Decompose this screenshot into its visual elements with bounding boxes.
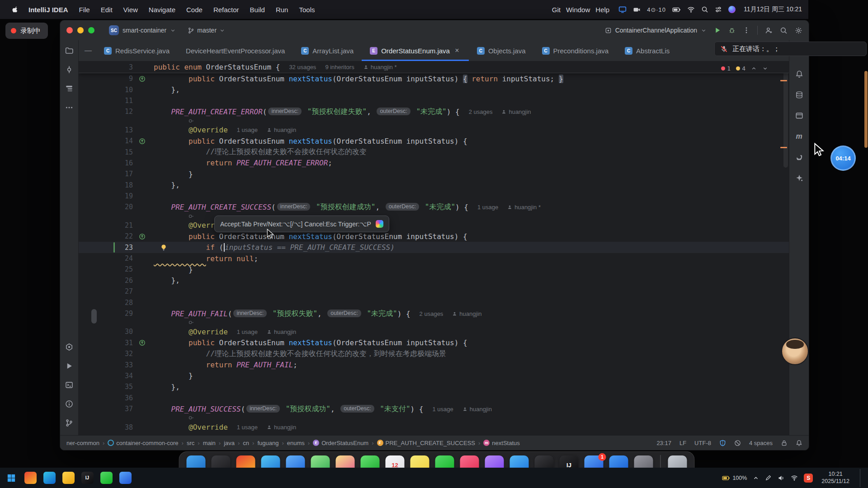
- editor-gutter[interactable]: 35: [79, 381, 154, 392]
- breadcrumb-item[interactable]: ner-common: [66, 440, 99, 446]
- line-number[interactable]: 31: [79, 339, 133, 347]
- breadcrumb-item[interactable]: src: [187, 440, 194, 446]
- line-number[interactable]: 32: [79, 350, 133, 358]
- run-configuration-selector[interactable]: ContainerChannelApplication: [605, 27, 707, 34]
- code-line-16[interactable]: 16 return PRE_AUTH_CREATE_ERROR;: [79, 158, 789, 169]
- maximize-button[interactable]: [88, 27, 94, 33]
- menu-item-git[interactable]: Git: [549, 6, 563, 14]
- author-hint[interactable]: huangjin: [267, 424, 296, 431]
- menu-item-edit[interactable]: Edit: [95, 6, 118, 14]
- editor-gutter[interactable]: 11: [79, 95, 154, 106]
- author-hint[interactable]: huangjin *: [363, 64, 397, 70]
- line-number[interactable]: 28: [79, 299, 133, 307]
- intention-bulb-icon[interactable]: [160, 244, 167, 251]
- inlay-row[interactable]: [79, 213, 789, 220]
- code-line-31[interactable]: 31 public OrderStatusEnum nextStatus(Ord…: [79, 338, 789, 348]
- usages-hint[interactable]: 2 usages: [469, 108, 493, 115]
- code-text[interactable]: //理论上预授权创建失败不会接收任何状态的改变，到时候在考虑极端场景: [154, 349, 789, 359]
- minimize-button[interactable]: [77, 27, 84, 33]
- inspections-widget[interactable]: 1 4: [721, 65, 768, 72]
- editor[interactable]: 3public enum OrderStatusEnum {32 usages9…: [79, 61, 789, 435]
- code-text[interactable]: public OrderStatusEnum nextStatus(OrderS…: [154, 137, 789, 145]
- breadcrumb-item[interactable]: main: [203, 440, 216, 446]
- toolwindow-notifications-icon[interactable]: [793, 68, 805, 80]
- run-button[interactable]: [714, 27, 721, 34]
- code-text[interactable]: PRE_AUTH_SUCCESS(innerDesc: "预授权成功", out…: [154, 404, 789, 414]
- taskbar-clock[interactable]: 10:21 2025/11/12: [819, 471, 852, 485]
- editor-gutter[interactable]: 15: [79, 146, 154, 157]
- code-line-17[interactable]: 17 }: [79, 169, 789, 179]
- spotlight-icon[interactable]: [701, 6, 708, 13]
- line-number[interactable]: 15: [79, 148, 133, 156]
- breadcrumb-item[interactable]: fuguang: [257, 440, 278, 446]
- toolwindow-more-tool-windows-icon[interactable]: [63, 102, 75, 113]
- meeting-camera-avatar[interactable]: [781, 338, 809, 365]
- screen-sharing-icon[interactable]: [618, 5, 627, 14]
- close-button[interactable]: [66, 27, 73, 33]
- toolwindow-structure-icon[interactable]: [63, 83, 75, 94]
- line-number[interactable]: 10: [79, 86, 133, 94]
- code-line-26[interactable]: 26 },: [79, 275, 789, 286]
- editor-gutter[interactable]: 30: [79, 326, 154, 337]
- menu-item-code[interactable]: Code: [181, 6, 208, 14]
- author-hint[interactable]: huangjin *: [507, 204, 541, 211]
- usages-hint[interactable]: 32 usages: [289, 64, 316, 70]
- breadcrumb-item[interactable]: container-common-core: [108, 440, 178, 446]
- indent-config[interactable]: 4 spaces: [749, 440, 773, 446]
- code-line-18[interactable]: 18 },: [79, 180, 789, 191]
- line-number[interactable]: 17: [79, 170, 133, 178]
- editor-gutter[interactable]: [79, 414, 154, 422]
- tab-close-icon[interactable]: [453, 47, 461, 54]
- control-center-icon[interactable]: [715, 6, 722, 13]
- code-line-29[interactable]: 29 PRE_AUTH_FAIL(innerDesc: "预授权失败", out…: [79, 308, 789, 319]
- edge-scrollbar-thumb[interactable]: [864, 71, 868, 148]
- settings-gear-icon[interactable]: [795, 27, 802, 34]
- editor-gutter[interactable]: 33: [79, 359, 154, 370]
- toolwindow-ai-assistant-icon[interactable]: [793, 172, 805, 184]
- usages-hint[interactable]: 2 usages: [420, 310, 443, 317]
- code-line-9[interactable]: 9 public OrderStatusEnum nextStatus(Orde…: [79, 73, 789, 84]
- code-text[interactable]: public OrderStatusEnum nextStatus(OrderS…: [154, 75, 789, 83]
- usages-hint[interactable]: 1 usage: [477, 204, 498, 211]
- author-hint[interactable]: huangjin: [452, 310, 481, 317]
- line-number[interactable]: 36: [79, 394, 133, 402]
- editor-gutter[interactable]: 13: [79, 125, 154, 136]
- taskbar-icon-chrome[interactable]: [21, 469, 40, 487]
- code-line-30[interactable]: 30 @Override1 usagehuangjin: [79, 326, 789, 337]
- toolwindow-gradle-icon[interactable]: [793, 151, 805, 163]
- siri-icon[interactable]: [728, 6, 736, 13]
- breadcrumb-item[interactable]: EOrderStatusEnum: [313, 440, 368, 446]
- wifi-icon[interactable]: [687, 6, 695, 14]
- taskbar-icon-intellij-idea[interactable]: IJ: [78, 469, 97, 487]
- warning-stripe-mark[interactable]: [780, 80, 787, 81]
- editor-gutter[interactable]: 20: [79, 202, 154, 212]
- code-text[interactable]: @Override1 usagehuangjin: [154, 126, 789, 134]
- code-text[interactable]: public enum OrderStatusEnum {32 usages9 …: [154, 63, 789, 71]
- editor-gutter[interactable]: 18: [79, 180, 154, 191]
- line-number[interactable]: 25: [79, 265, 133, 273]
- inlay-row[interactable]: [79, 319, 789, 326]
- editor-gutter[interactable]: 37: [79, 404, 154, 414]
- breadcrumb-item[interactable]: java: [224, 440, 235, 446]
- tab-orderstatusenum-java[interactable]: EOrderStatusEnum.java: [362, 40, 469, 61]
- start-button[interactable]: [2, 469, 21, 487]
- menu-app-name[interactable]: IntelliJ IDEA: [23, 6, 74, 14]
- tab-objects-java[interactable]: CObjects.java: [469, 40, 534, 61]
- editor-gutter[interactable]: 23: [79, 242, 154, 253]
- taskbar-icon-wechat[interactable]: [97, 469, 116, 487]
- license-shield-icon[interactable]: [719, 440, 726, 446]
- search-everywhere-icon[interactable]: [780, 27, 788, 34]
- warning-stripe-mark[interactable]: [780, 147, 787, 148]
- toolwindow-terminal-icon[interactable]: [63, 379, 75, 391]
- code-text[interactable]: },: [154, 276, 789, 285]
- usages-hint[interactable]: 1 usage: [237, 328, 258, 335]
- menu-item-navigate[interactable]: Navigate: [143, 6, 181, 14]
- editor-gutter[interactable]: 26: [79, 275, 154, 286]
- annotation-inlay-icon[interactable]: [189, 214, 194, 219]
- code-line-25[interactable]: 25 }: [79, 264, 789, 275]
- toolwindow-commit-icon[interactable]: [63, 64, 75, 75]
- code-text[interactable]: },: [154, 85, 789, 94]
- code-text[interactable]: [154, 320, 789, 325]
- usages-hint[interactable]: 9 inheritors: [325, 64, 354, 70]
- apple-menu-icon[interactable]: [6, 6, 23, 14]
